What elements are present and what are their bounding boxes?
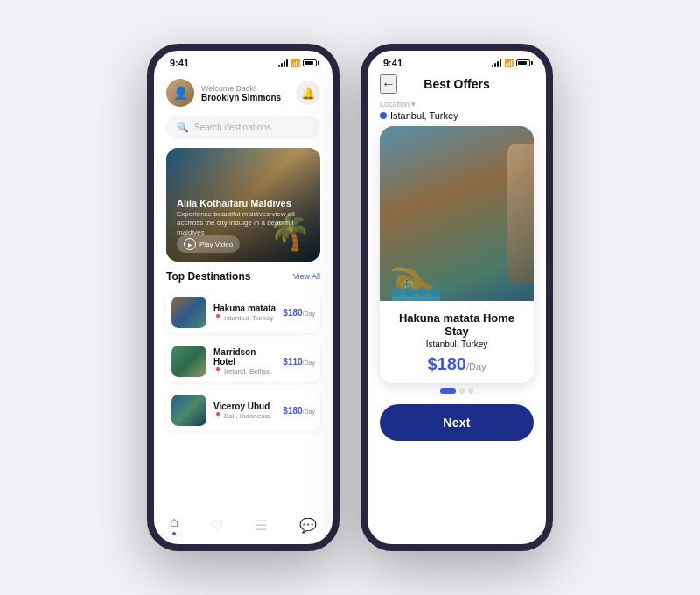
search-bar[interactable]: 🔍 Search destinations... bbox=[166, 116, 320, 139]
phone2-content: ← Best Offers Location ▾ Istanbul, Turke… bbox=[368, 72, 546, 544]
status-icons-2: 📶 bbox=[492, 59, 530, 67]
section-title: Top Destinations bbox=[166, 270, 250, 283]
dest-thumb-2 bbox=[172, 346, 206, 377]
location-label: Location ▾ bbox=[380, 100, 534, 108]
status-bar-2: 9:41 📶 bbox=[368, 51, 546, 72]
offer-details: Hakuna matata Home Stay Istanbul, Turkey… bbox=[380, 301, 534, 383]
location-pin-icon-3: 📍 bbox=[214, 412, 222, 420]
nav-dot bbox=[172, 532, 176, 536]
dest-info-1: Hakuna matata 📍 Istanbul, Turkey bbox=[214, 304, 276, 322]
offer-name: Hakuna matata Home Stay bbox=[392, 312, 522, 338]
offer-country: , Turkey bbox=[457, 340, 488, 349]
location-value: Istanbul, Turkey bbox=[380, 110, 534, 121]
dest-loc-3: 📍 Bali, Indonesia bbox=[214, 412, 276, 420]
user-info: 👤 Welcome Back! Brooklyn Simmons bbox=[166, 79, 281, 107]
user-name: Brooklyn Simmons bbox=[201, 93, 281, 102]
play-button[interactable]: ▶ Play Video bbox=[177, 235, 240, 253]
screen-2: ← Best Offers Location ▾ Istanbul, Turke… bbox=[368, 72, 546, 544]
dest-item-3[interactable]: Viceroy Ubud 📍 Bali, Indonesia $180/Day bbox=[166, 389, 320, 431]
bell-button[interactable]: 🔔 bbox=[296, 80, 320, 105]
menu-icon: ☰ bbox=[255, 517, 267, 534]
search-placeholder: Search destinations... bbox=[194, 122, 278, 132]
view-all-button[interactable]: View All bbox=[293, 272, 320, 281]
time-1: 9:41 bbox=[170, 58, 189, 68]
dest-price-3: $180/Day bbox=[283, 406, 315, 416]
dest-price-1: $180/Day bbox=[283, 308, 315, 318]
dest-info-2: Marridson Hotel 📍 Ireland, Belfast bbox=[214, 347, 276, 375]
avatar: 👤 bbox=[166, 79, 194, 107]
dest-name-3: Viceroy Ubud bbox=[214, 402, 276, 411]
location-dot-icon bbox=[380, 112, 387, 119]
dest-thumb-1 bbox=[172, 297, 206, 328]
phone1-content: 👤 Welcome Back! Brooklyn Simmons 🔔 🔍 Sea… bbox=[154, 72, 332, 507]
nav-favorites[interactable]: ♡ bbox=[211, 517, 223, 534]
p2-header: ← Best Offers bbox=[368, 72, 546, 96]
offer-location: Istanbul, Turkey bbox=[392, 340, 522, 349]
hero-subtitle: Experience beautiful maldives view all a… bbox=[177, 210, 320, 237]
bottom-nav: ⌂ ♡ ☰ 💬 bbox=[154, 507, 332, 544]
section-header: Top Destinations View All bbox=[166, 270, 320, 283]
offer-card[interactable]: Hakuna matata Home Stay Istanbul, Turkey… bbox=[380, 126, 534, 383]
dot-2[interactable] bbox=[459, 388, 465, 394]
dot-3[interactable] bbox=[468, 388, 473, 394]
dest-item-2[interactable]: Marridson Hotel 📍 Ireland, Belfast $110/… bbox=[166, 340, 320, 382]
destination-list: Hakuna matata 📍 Istanbul, Turkey $180/Da… bbox=[166, 291, 320, 431]
offer-image bbox=[380, 126, 534, 301]
offer-city: Istanbul bbox=[426, 340, 457, 349]
dest-thumb-3 bbox=[172, 395, 206, 426]
location-pin-icon-2: 📍 bbox=[214, 368, 222, 375]
home-icon: ⌂ bbox=[170, 514, 178, 530]
signal-icon-2 bbox=[492, 60, 501, 67]
phone-2: 9:41 📶 ← Best Offers Lo bbox=[360, 44, 553, 551]
dest-price-2: $110/Day bbox=[283, 357, 315, 367]
hero-text: Alila Kothaifaru Maldives Experience bea… bbox=[177, 198, 320, 237]
dest-loc-1: 📍 Istanbul, Turkey bbox=[214, 314, 276, 322]
location-pin-icon-1: 📍 bbox=[214, 314, 222, 322]
wifi-icon-2: 📶 bbox=[504, 59, 514, 67]
carousel-dots bbox=[368, 388, 546, 394]
header-row: 👤 Welcome Back! Brooklyn Simmons 🔔 bbox=[166, 79, 320, 107]
dest-name-1: Hakuna matata bbox=[214, 304, 276, 313]
hero-card: Alila Kothaifaru Maldives Experience bea… bbox=[166, 148, 320, 262]
wifi-icon: 📶 bbox=[290, 59, 300, 67]
dropdown-icon[interactable]: ▾ bbox=[411, 100, 416, 108]
search-icon: 🔍 bbox=[177, 122, 189, 133]
back-button[interactable]: ← bbox=[380, 74, 397, 94]
phone-1: 9:41 📶 👤 Welcome Back! Br bbox=[147, 44, 340, 551]
dest-item-1[interactable]: Hakuna matata 📍 Istanbul, Turkey $180/Da… bbox=[166, 291, 320, 333]
hero-title: Alila Kothaifaru Maldives bbox=[177, 198, 320, 208]
dest-name-2: Marridson Hotel bbox=[214, 347, 276, 367]
dest-loc-2: 📍 Ireland, Belfast bbox=[214, 368, 276, 375]
battery-icon bbox=[303, 60, 317, 66]
nav-messages[interactable]: 💬 bbox=[299, 517, 317, 534]
nav-home[interactable]: ⌂ bbox=[170, 514, 178, 536]
play-label: Play Video bbox=[200, 241, 233, 248]
time-2: 9:41 bbox=[383, 58, 402, 68]
welcome-text: Welcome Back! bbox=[201, 84, 281, 93]
screen-1: 👤 Welcome Back! Brooklyn Simmons 🔔 🔍 Sea… bbox=[154, 72, 332, 544]
nav-menu[interactable]: ☰ bbox=[255, 517, 267, 534]
user-text: Welcome Back! Brooklyn Simmons bbox=[201, 84, 281, 102]
right-peek-card bbox=[508, 144, 534, 284]
status-icons-1: 📶 bbox=[278, 59, 317, 67]
dot-1[interactable] bbox=[440, 388, 456, 394]
battery-icon-2 bbox=[516, 60, 530, 66]
dest-info-3: Viceroy Ubud 📍 Bali, Indonesia bbox=[214, 402, 276, 420]
location-row: Location ▾ Istanbul, Turkey bbox=[368, 96, 546, 126]
signal-icon bbox=[278, 60, 288, 67]
offer-price: $180/Day bbox=[392, 354, 522, 374]
chat-icon: 💬 bbox=[299, 517, 317, 534]
page-title: Best Offers bbox=[424, 77, 489, 91]
heart-icon: ♡ bbox=[211, 517, 223, 534]
status-bar-1: 9:41 📶 bbox=[154, 51, 332, 72]
play-icon: ▶ bbox=[184, 238, 196, 250]
next-button[interactable]: Next bbox=[380, 404, 534, 441]
